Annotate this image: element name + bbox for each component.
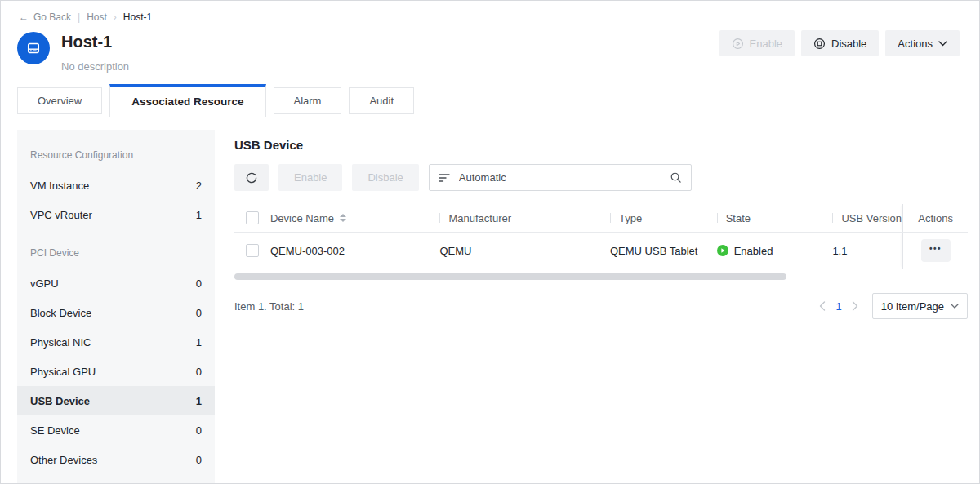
sidebar-item-usb-device[interactable]: USB Device 1 — [17, 386, 215, 415]
refresh-button[interactable] — [234, 164, 269, 191]
go-back-link[interactable]: ← Go Back — [19, 11, 71, 23]
column-divider — [832, 213, 833, 223]
play-circle-icon — [732, 38, 744, 50]
search-input[interactable] — [457, 171, 670, 184]
page-header: Host-1 No description Enable Disable Act… — [1, 24, 979, 73]
column-actions: Actions — [902, 204, 968, 232]
sidebar-item-count: 0 — [196, 454, 202, 466]
table-disable-button[interactable]: Disbale — [352, 164, 418, 191]
page-size-select[interactable]: 10 Item/Page — [872, 293, 968, 319]
back-arrow-icon: ← — [19, 11, 29, 23]
sidebar-item-count: 1 — [196, 336, 202, 349]
sort-asc-icon — [340, 214, 346, 217]
sidebar-section-title: Resource Configuration — [17, 131, 215, 171]
column-label: Actions — [918, 212, 953, 224]
next-page-button[interactable] — [849, 301, 861, 311]
column-usb-version: USB Version — [832, 212, 902, 224]
cell-manufacturer: QEMU — [439, 245, 610, 257]
breadcrumb-divider: | — [78, 11, 80, 23]
sidebar-item-count: 0 — [196, 366, 202, 378]
resource-sidebar: Resource Configuration VM Instance 2 VPC… — [17, 130, 215, 483]
panel-title: USB Device — [234, 138, 968, 152]
server-icon — [25, 40, 42, 56]
horizontal-scrollbar[interactable] — [234, 273, 786, 280]
sidebar-item-label: VPC vRouter — [30, 209, 92, 221]
sidebar-item-count: 1 — [196, 395, 202, 407]
breadcrumb-chevron-icon: › — [114, 11, 117, 23]
sidebar-item-count: 0 — [196, 424, 202, 437]
row-checkbox-cell — [234, 244, 270, 257]
actions-button[interactable]: Actions — [885, 30, 960, 56]
actions-button-label: Actions — [898, 38, 933, 50]
sort-icon[interactable] — [340, 214, 346, 222]
page-subtitle: No description — [61, 60, 129, 73]
header-actions: Enable Disable Actions — [719, 30, 960, 56]
sidebar-item-physical-nic[interactable]: Physical NIC 1 — [17, 327, 215, 357]
page: ← Go Back | Host › Host-1 Host-1 No desc… — [1, 1, 979, 483]
breadcrumb-host-link[interactable]: Host — [87, 11, 107, 23]
sidebar-item-label: USB Device — [30, 395, 90, 407]
column-label: USB Version — [841, 212, 902, 224]
sidebar-item-label: VM Instance — [30, 180, 89, 192]
column-label: Type — [619, 212, 642, 224]
cell-type: QEMU USB Tablet — [610, 245, 717, 257]
page-number[interactable]: 1 — [835, 300, 841, 313]
sidebar-item-se-device[interactable]: SE Device 0 — [17, 415, 215, 445]
sidebar-item-label: Physical NIC — [30, 336, 91, 349]
tab-audit[interactable]: Audit — [349, 87, 414, 114]
column-label: Manufacturer — [448, 212, 511, 224]
enable-button[interactable]: Enable — [719, 30, 795, 56]
pagination-summary: Item 1. Total: 1 — [234, 300, 304, 313]
column-divider — [717, 213, 718, 223]
chevron-down-icon — [951, 304, 959, 309]
host-icon — [17, 32, 50, 64]
row-actions-button[interactable]: ••• — [921, 239, 951, 262]
tab-associated-resource[interactable]: Associated Resource — [109, 84, 265, 117]
table-row: QEMU-003-002 QEMU QEMU USB Tablet Enable… — [234, 232, 968, 269]
main-panel: USB Device Enable Disbale — [234, 130, 968, 483]
disable-button[interactable]: Disable — [801, 30, 879, 56]
content: Resource Configuration VM Instance 2 VPC… — [1, 130, 979, 483]
search-icon[interactable] — [670, 171, 682, 184]
sidebar-item-count: 0 — [196, 278, 202, 290]
cell-device-name: QEMU-003-002 — [270, 245, 440, 257]
sidebar-item-count: 0 — [196, 307, 202, 319]
title-block: Host-1 No description — [61, 30, 129, 73]
state-label: Enabled — [734, 245, 773, 257]
sidebar-item-other-devices[interactable]: Other Devices 0 — [17, 445, 215, 474]
page-title: Host-1 — [61, 33, 129, 51]
state-enabled-icon — [717, 245, 728, 256]
chevron-down-icon — [938, 41, 947, 47]
row-checkbox[interactable] — [246, 244, 259, 257]
sidebar-item-count: 2 — [196, 180, 202, 192]
sidebar-item-label: Other Devices — [30, 454, 97, 466]
sidebar-item-vm-instance[interactable]: VM Instance 2 — [17, 171, 215, 200]
column-label: Device Name — [270, 212, 334, 224]
breadcrumb: ← Go Back | Host › Host-1 — [1, 1, 979, 24]
sidebar-item-label: Block Device — [30, 307, 91, 319]
pagination: Item 1. Total: 1 1 10 Item/Page — [234, 293, 968, 319]
search-box[interactable] — [429, 164, 692, 191]
column-label: State — [726, 212, 751, 224]
sidebar-item-vpc-vrouter[interactable]: VPC vRouter 1 — [17, 200, 215, 229]
prev-page-button[interactable] — [817, 301, 828, 311]
sidebar-item-vgpu[interactable]: vGPU 0 — [17, 269, 215, 298]
tab-overview[interactable]: Overview — [17, 87, 102, 114]
column-divider — [439, 213, 440, 223]
breadcrumb-current: Host-1 — [123, 11, 152, 23]
sidebar-item-block-device[interactable]: Block Device 0 — [17, 298, 215, 327]
sort-desc-icon — [340, 219, 346, 222]
refresh-icon — [245, 171, 258, 184]
table-enable-button[interactable]: Enable — [278, 164, 342, 191]
select-all-checkbox[interactable] — [246, 211, 259, 224]
filter-icon — [439, 173, 450, 183]
sidebar-item-count: 1 — [196, 209, 202, 221]
sidebar-item-physical-gpu[interactable]: Physical GPU 0 — [17, 357, 215, 386]
usb-device-table: Device Name Manufacturer Type — [234, 204, 968, 269]
tab-alarm[interactable]: Alarm — [274, 87, 342, 114]
tab-bar: Overview Associated Resource Alarm Audit — [1, 84, 979, 117]
column-manufacturer: Manufacturer — [439, 212, 610, 224]
header-checkbox-cell — [234, 211, 270, 224]
column-device-name: Device Name — [270, 212, 440, 224]
chevron-left-icon — [819, 301, 826, 311]
